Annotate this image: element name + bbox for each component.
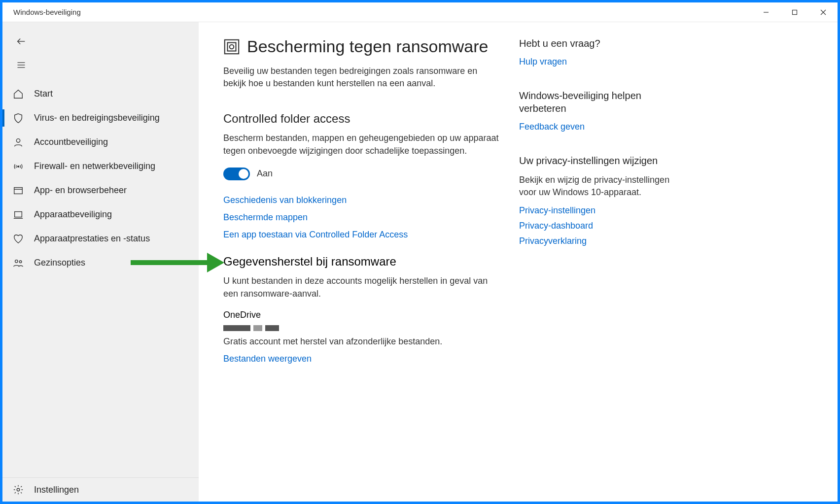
nav-label: Start (34, 89, 53, 99)
ransomware-icon (223, 38, 240, 55)
page-description: Beveilig uw bestanden tegen bedreigingen… (223, 65, 499, 90)
nav-label: Instellingen (34, 485, 79, 495)
nav-label: Accountbeveiliging (34, 137, 108, 147)
minimize-button[interactable] (752, 2, 780, 22)
cfa-toggle-label: Aan (257, 168, 273, 179)
window-title: Windows-beveiliging (2, 8, 81, 16)
svg-point-16 (17, 488, 20, 491)
nav-label: Virus- en bedreigingsbeveiliging (34, 113, 160, 123)
window-frame: Windows-beveiliging (2, 2, 838, 502)
link-privacy-settings[interactable]: Privacy-instellingen (519, 205, 687, 216)
svg-rect-17 (225, 39, 239, 53)
nav-label: Apparaatbeveiliging (34, 209, 112, 220)
svg-rect-12 (15, 211, 22, 217)
nav-label: Gezinsopties (34, 258, 85, 268)
shield-icon (12, 112, 24, 124)
home-icon (12, 88, 24, 100)
toggle-knob (239, 169, 248, 179)
link-feedback[interactable]: Feedback geven (519, 122, 687, 132)
nav-item-account[interactable]: Accountbeveiliging (2, 130, 199, 154)
cfa-toggle[interactable] (223, 168, 250, 180)
link-protected-folders[interactable]: Beschermde mappen (223, 212, 499, 223)
nav-item-app[interactable]: App- en browserbeheer (2, 178, 199, 202)
close-button[interactable] (809, 2, 838, 22)
window-controls (752, 2, 838, 22)
maximize-button[interactable] (780, 2, 809, 22)
gear-icon (12, 484, 24, 496)
nav-item-settings[interactable]: Instellingen (2, 477, 199, 502)
aside-privacy-title: Uw privacy-instellingen wijzigen (519, 154, 687, 167)
antenna-icon (12, 161, 24, 172)
cfa-title: Controlled folder access (223, 112, 499, 126)
link-get-help[interactable]: Hulp vragen (519, 57, 687, 67)
link-block-history[interactable]: Geschiedenis van blokkeringen (223, 195, 499, 205)
titlebar: Windows-beveiliging (2, 2, 838, 22)
main-content: Bescherming tegen ransomware Beveilig uw… (199, 22, 838, 502)
link-view-files[interactable]: Bestanden weergeven (223, 354, 499, 364)
svg-rect-10 (14, 187, 23, 194)
onedrive-title: OneDrive (223, 310, 499, 320)
link-privacy-statement[interactable]: Privacyverklaring (519, 236, 687, 246)
device-icon (12, 209, 24, 221)
recovery-description: U kunt bestanden in deze accounts mogeli… (223, 274, 499, 300)
link-privacy-dashboard[interactable]: Privacy-dashboard (519, 221, 687, 231)
svg-point-19 (230, 44, 234, 49)
recovery-title: Gegevensherstel bij ransomware (223, 255, 499, 269)
svg-point-8 (16, 138, 20, 142)
aside-improve-title: Windows-beveiliging helpen verbeteren (519, 89, 687, 115)
app-icon (12, 185, 24, 197)
svg-point-9 (18, 166, 19, 167)
page-title: Bescherming tegen ransomware (247, 37, 488, 56)
person-icon (12, 136, 24, 148)
nav-item-firewall[interactable]: Firewall- en netwerkbeveiliging (2, 154, 199, 178)
nav-label: App- en browserbeheer (34, 185, 127, 196)
aside-privacy-description: Bekijk en wijzig de privacy-instellingen… (519, 174, 687, 199)
nav-label: Apparaatprestaties en -status (34, 234, 150, 244)
heart-icon (12, 233, 24, 245)
nav-item-virus[interactable]: Virus- en bedreigingsbeveiliging (2, 106, 199, 130)
redacted-account (223, 323, 282, 332)
nav-item-health[interactable]: Apparaatprestaties en -status (2, 227, 199, 251)
link-allow-app[interactable]: Een app toestaan via Controlled Folder A… (223, 230, 499, 240)
nav-item-start[interactable]: Start (2, 82, 199, 106)
hamburger-button[interactable] (9, 53, 33, 77)
onedrive-subtitle: Gratis account met herstel van afzonderl… (223, 335, 499, 348)
family-icon (12, 257, 24, 269)
back-button[interactable] (9, 30, 33, 53)
svg-rect-1 (793, 10, 797, 14)
aside-help-title: Hebt u een vraag? (519, 37, 687, 50)
svg-rect-18 (228, 42, 236, 51)
nav-item-family[interactable]: Gezinsopties (2, 251, 199, 275)
nav-label: Firewall- en netwerkbeveiliging (34, 161, 155, 171)
sidebar: Start Virus- en bedreigingsbeveiliging A… (2, 22, 199, 502)
svg-point-14 (15, 260, 18, 263)
svg-point-15 (19, 260, 22, 263)
nav-item-device[interactable]: Apparaatbeveiliging (2, 202, 199, 227)
cfa-description: Bescherm bestanden, mappen en geheugenge… (223, 132, 499, 157)
